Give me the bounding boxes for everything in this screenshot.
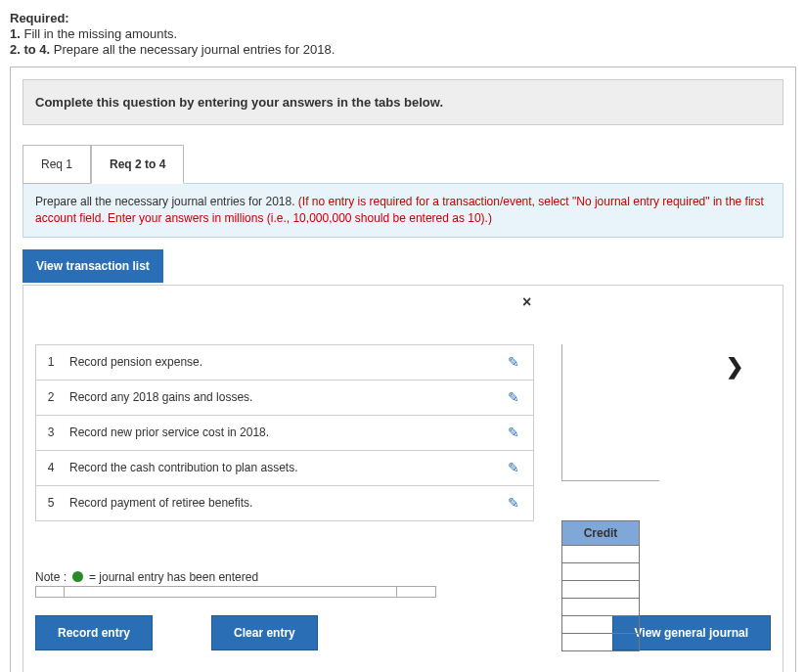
tx-desc: Record new prior service cost in 2018. (66, 426, 494, 439)
tx-desc: Record any 2018 gains and losses. (66, 390, 494, 404)
required-title: Required: (10, 11, 69, 25)
transaction-list: 1 Record pension expense. ✎ 2 Record any… (35, 344, 534, 521)
chevron-right-icon[interactable]: ❯ (726, 354, 743, 380)
pencil-icon[interactable]: ✎ (494, 425, 533, 440)
req2-num: 2. to 4. (10, 42, 50, 57)
pencil-icon[interactable]: ✎ (494, 389, 533, 405)
close-icon[interactable]: × (522, 293, 531, 311)
transaction-row[interactable]: 4 Record the cash contribution to plan a… (35, 451, 534, 486)
tx-num: 2 (36, 390, 66, 404)
tx-num: 3 (36, 426, 66, 439)
credit-cells (561, 546, 640, 651)
transaction-row[interactable]: 1 Record pension expense. ✎ (35, 345, 534, 381)
credit-column-header: Credit (561, 520, 640, 546)
credit-cell[interactable] (561, 634, 640, 651)
pencil-icon[interactable]: ✎ (494, 354, 533, 370)
green-dot-icon (72, 571, 83, 582)
tiny-row-outline (35, 586, 436, 598)
tab-req-1[interactable]: Req 1 (22, 145, 91, 184)
tx-num: 5 (36, 496, 66, 510)
clear-entry-button[interactable]: Clear entry (211, 615, 318, 650)
tx-desc: Record payment of retiree benefits. (66, 496, 494, 510)
tabs-row: Req 1 Req 2 to 4 (22, 145, 784, 184)
tx-desc: Record the cash contribution to plan ass… (66, 461, 494, 474)
complete-banner: Complete this question by entering your … (22, 79, 784, 125)
tab-req-2-to-4[interactable]: Req 2 to 4 (91, 145, 184, 184)
instruction-box: Prepare all the necessary journal entrie… (22, 183, 784, 238)
instruction-black: Prepare all the necessary journal entrie… (35, 195, 298, 208)
view-transaction-list-button[interactable]: View transaction list (22, 249, 163, 283)
credit-cell[interactable] (561, 599, 640, 616)
pencil-icon[interactable]: ✎ (494, 495, 533, 511)
required-line-1: 1. Fill in the missing amounts. (10, 26, 796, 41)
credit-cell[interactable] (561, 563, 640, 581)
req1-num: 1. (10, 26, 21, 41)
required-line-2: 2. to 4. Prepare all the necessary journ… (10, 42, 796, 57)
req1-text: Fill in the missing amounts. (21, 26, 177, 41)
transaction-row[interactable]: 5 Record payment of retiree benefits. ✎ (35, 486, 534, 521)
tx-num: 4 (36, 461, 66, 474)
tx-num: 1 (36, 355, 66, 369)
pencil-icon[interactable]: ✎ (494, 460, 533, 475)
note-prefix: Note : (35, 570, 67, 584)
credit-cell[interactable] (561, 546, 640, 563)
note-text: = journal entry has been entered (89, 570, 258, 584)
empty-outline-box (561, 344, 659, 481)
work-area: × ❯ 1 Record pension expense. ✎ 2 Record… (22, 285, 784, 672)
record-entry-button[interactable]: Record entry (35, 615, 153, 650)
right-side-area: Credit (561, 344, 728, 651)
credit-cell[interactable] (561, 616, 640, 634)
transaction-row[interactable]: 3 Record new prior service cost in 2018.… (35, 416, 534, 451)
credit-cell[interactable] (561, 581, 640, 599)
transaction-row[interactable]: 2 Record any 2018 gains and losses. ✎ (35, 381, 534, 416)
question-panel: Complete this question by entering your … (10, 67, 796, 672)
tx-desc: Record pension expense. (66, 355, 494, 369)
req2-text: Prepare all the necessary journal entrie… (50, 42, 335, 57)
